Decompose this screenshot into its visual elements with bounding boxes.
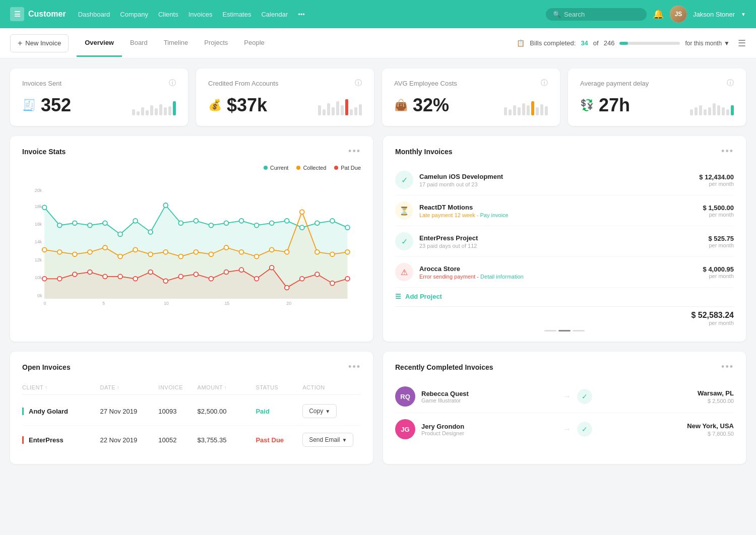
new-invoice-button[interactable]: + New Invoice <box>10 34 69 52</box>
top-nav-links: Dashboard Company Clients Invoices Estim… <box>78 9 534 20</box>
svg-text:0: 0 <box>43 301 46 306</box>
row-amount: $2,500.00 <box>198 408 256 415</box>
nav-dashboard[interactable]: Dashboard <box>78 9 110 20</box>
invoices-sent-value: 352 <box>41 95 71 116</box>
invoices-sent-label: Invoices Sent <box>22 80 61 87</box>
chart-dot <box>194 250 198 254</box>
stat-card-value: 💰 $37k <box>208 95 362 116</box>
mini-bar <box>504 107 507 115</box>
tab-overview[interactable]: Overview <box>77 30 122 57</box>
mini-bar <box>336 101 339 115</box>
user-name: Jakson Stoner <box>693 11 735 18</box>
chart-dot <box>239 268 244 272</box>
search-input[interactable] <box>564 11 635 18</box>
col-invoice-label: INVOICE <box>158 384 183 390</box>
bills-of: of <box>593 39 599 47</box>
person-name: Rebecca Quest <box>421 390 557 397</box>
pay-invoice-link[interactable]: Pay invoice <box>480 212 508 218</box>
add-icon: ☰ <box>395 293 401 300</box>
nav-calendar[interactable]: Calendar <box>261 9 288 20</box>
invoice-sub: Late payment 12 week - Pay invoice <box>419 212 697 218</box>
col-client: CLIENT ↑ <box>22 384 100 390</box>
tab-projects[interactable]: Projects <box>196 30 236 57</box>
tab-timeline[interactable]: Timeline <box>156 30 197 57</box>
invoice-stats-chart: 20k 18k 16k 14k 12k 10k 0k 0 5 10 15 20 <box>22 175 361 316</box>
more-options-icon[interactable]: ••• <box>348 146 361 157</box>
sort-icon[interactable]: ↑ <box>45 385 47 390</box>
stat-card-invoices-sent: Invoices Sent ⓘ 🧾 352 <box>10 69 188 126</box>
mini-bar <box>323 109 326 115</box>
mini-bar <box>159 104 162 115</box>
sort-icon[interactable]: ↑ <box>117 385 119 390</box>
info-icon[interactable]: ⓘ <box>541 79 548 88</box>
card-header: Open Invoices ••• <box>22 362 361 372</box>
scroll-dot <box>573 330 585 331</box>
chart-dot <box>88 250 92 254</box>
chart-dot <box>224 270 229 275</box>
send-email-button[interactable]: Send Email ▼ <box>302 433 353 447</box>
user-dropdown-icon[interactable]: ▼ <box>741 12 746 17</box>
nav-estimates[interactable]: Estimates <box>222 9 251 20</box>
chart-dot <box>178 221 183 225</box>
mini-bar <box>350 109 353 115</box>
add-project-button[interactable]: ☰ Add Project <box>395 288 734 302</box>
legend-current: Current <box>264 165 289 171</box>
invoice-period: per month <box>703 212 734 218</box>
detail-info-link[interactable]: Detail information <box>480 274 524 280</box>
invoice-item: ⏳ ReactDT Motions Late payment 12 week -… <box>395 195 734 226</box>
menu-icon[interactable]: ☰ <box>738 38 746 49</box>
table-row: EnterPress 22 Nov 2019 10052 $3,755.35 P… <box>22 426 361 454</box>
arrow-right-icon: → <box>563 392 571 401</box>
chart-dot <box>163 203 168 208</box>
invoice-status-icon: ⏳ <box>395 202 413 220</box>
chart-dot <box>330 252 335 256</box>
avatar-badge: RQ <box>395 386 415 407</box>
info-icon[interactable]: ⓘ <box>355 79 362 88</box>
chart-dot <box>42 205 47 210</box>
payment-delay-label: Average payment delay <box>580 80 649 87</box>
mini-bar-highlight <box>345 99 348 115</box>
invoice-details: Arocca Store Error sending payment - Det… <box>419 265 697 280</box>
arrow-right-icon: → <box>563 425 571 434</box>
invoice-sub: 17 paid month out of 23 <box>419 181 693 187</box>
copy-button[interactable]: Copy ▼ <box>302 404 337 418</box>
chart-dot <box>300 210 304 214</box>
nav-company[interactable]: Company <box>120 9 148 20</box>
recently-completed-title: Recently Completed Invoices <box>395 363 493 371</box>
legend-dot-orange <box>296 166 300 170</box>
legend-current-label: Current <box>270 165 289 171</box>
chart-dot <box>255 254 259 259</box>
notification-bell[interactable]: 🔔 <box>653 9 664 20</box>
col-client-label: CLIENT <box>22 384 43 390</box>
table-header: CLIENT ↑ DATE ↑ INVOICE AMOUNT ↑ STATUS <box>22 380 361 395</box>
chart-dot <box>300 277 304 281</box>
col-amount-label: AMOUNT <box>198 384 223 390</box>
more-options-icon[interactable]: ••• <box>721 146 734 157</box>
sort-icon[interactable]: ↑ <box>224 385 227 390</box>
row-date: 27 Nov 2019 <box>100 408 158 415</box>
legend-dot-red <box>334 166 338 170</box>
total-period: per month <box>691 320 734 326</box>
svg-text:18k: 18k <box>35 204 42 209</box>
mini-bar <box>141 107 144 115</box>
mini-bar <box>722 107 725 115</box>
tab-people[interactable]: People <box>236 30 272 57</box>
nav-invoices[interactable]: Invoices <box>188 9 213 20</box>
info-icon[interactable]: ⓘ <box>727 79 734 88</box>
nav-clients[interactable]: Clients <box>158 9 178 20</box>
chart-dot <box>148 270 153 275</box>
nav-more[interactable]: ••• <box>298 9 305 20</box>
monthly-invoices-card: Monthly Invoices ••• ✓ Camelun iOS Devel… <box>383 136 746 342</box>
bills-period[interactable]: for this month ▼ <box>685 40 730 47</box>
search-box[interactable]: 🔍 <box>546 8 647 21</box>
info-icon[interactable]: ⓘ <box>169 79 176 88</box>
check-circle: ✓ <box>577 389 592 404</box>
completed-item: RQ Rebecca Quest Game Illustrator → ✓ Wa… <box>395 380 734 413</box>
chart-dot <box>345 250 350 254</box>
tab-board[interactable]: Board <box>122 30 156 57</box>
more-options-icon[interactable]: ••• <box>348 362 361 372</box>
mini-bar <box>704 109 707 115</box>
more-options-icon[interactable]: ••• <box>721 362 734 372</box>
chart-dot <box>57 223 62 228</box>
copy-label: Copy <box>309 408 323 415</box>
